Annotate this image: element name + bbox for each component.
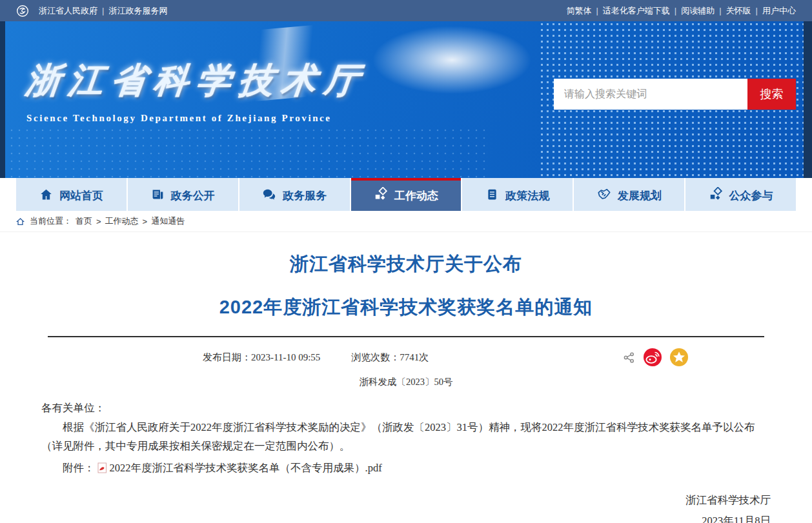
views-field: 浏览次数： 7741次 [351,351,429,364]
breadcrumb-separator: > [96,217,101,226]
gov-portal-link[interactable]: 浙江省人民政府 [39,5,97,17]
article-title-line1: 浙江省科学技术厅关于公布 [41,252,771,277]
top-utility-bar: 浙江省人民政府 | 浙江政务服务网 简繁体 | 适老化客户端下载 | 阅读辅助 … [0,0,812,21]
signature-date: 2023年11月8日 [41,511,771,523]
site-banner: 浙江省科学技术厅 Science Technology Department o… [0,21,812,178]
topbar-right-links: 简繁体 | 适老化客户端下载 | 阅读辅助 | 关怀版 | 用户中心 [566,5,796,17]
light-flare [361,21,542,99]
topbar-left-links: 浙江省人民政府 | 浙江政务服务网 [16,5,167,17]
shapes-icon [374,187,388,204]
nav-item-label: 网站首页 [59,188,103,203]
views-value: 7741次 [400,351,429,364]
breadcrumb-label: 当前位置： [30,215,72,227]
nav-item-label: 工作动态 [394,188,438,203]
publish-date-label: 发布日期： [203,351,251,364]
nav-item-public-participation[interactable]: 公众参与 [685,178,796,211]
divider: | [719,6,721,15]
newspaper-icon [151,188,165,204]
simplified-traditional-link[interactable]: 简繁体 [566,5,591,17]
banner-left-edge [0,21,5,178]
breadcrumb-work-news[interactable]: 工作动态 [105,215,139,227]
divider: | [675,6,676,15]
zhejiang-gov-icon [16,5,29,17]
breadcrumb-separator: > [143,217,148,226]
nav-item-public-info[interactable]: 政务公开 [128,178,238,211]
attachment-link[interactable]: 2022年度浙江省科学技术奖获奖名单（不含专用成果）.pdf [110,459,382,477]
document-icon [485,188,499,204]
dot-pattern-bottom [0,126,491,178]
home-icon [39,188,53,204]
nav-item-development-plans[interactable]: 发展规划 [574,178,684,211]
weibo-share-icon[interactable] [644,348,662,366]
document-number: 浙科发成〔2023〕50号 [41,376,771,388]
banner-right-edge [804,21,812,178]
article: 浙江省科学技术厅关于公布 2022年度浙江省科学技术奖获奖名单的通知 发布日期：… [41,252,771,523]
article-title-line2: 2022年度浙江省科学技术奖获奖名单的通知 [41,295,771,321]
reading-assist-link[interactable]: 阅读辅助 [681,5,715,17]
divider: | [596,6,598,15]
breadcrumb: 当前位置： 首页> 工作动态> 通知通告 [0,211,812,232]
article-meta: 发布日期： 2023-11-10 09:55 浏览次数： 7741次 [41,348,771,366]
care-version-link[interactable]: 关怀版 [726,5,751,17]
qzone-share-icon[interactable] [670,348,688,366]
nav-item-label: 公众参与 [729,188,773,203]
search-button[interactable]: 搜索 [747,79,796,110]
search-input[interactable] [554,79,747,110]
nav-item-label: 发展规划 [618,188,662,203]
nav-item-label: 政务服务 [283,188,327,203]
title-divider [48,336,764,337]
views-label: 浏览次数： [351,351,400,364]
chat-bubbles-icon [262,187,276,204]
salutation: 各有关单位： [41,399,771,417]
attachment-label: 附件： [63,459,95,477]
article-paragraph: 根据《浙江省人民政府关于2022年度浙江省科学技术奖励的决定》（浙政发〔2023… [41,418,771,455]
share-icon[interactable] [623,351,635,364]
nav-item-label: 政策法规 [505,188,549,203]
pdf-file-icon [97,462,107,473]
site-logo-english: Science Technology Department of Zhejian… [26,113,332,124]
elderly-client-download-link[interactable]: 适老化客户端下载 [603,5,670,17]
user-center-link[interactable]: 用户中心 [762,5,796,17]
attachment-row: 附件： 2022年度浙江省科学技术奖获奖名单（不含专用成果）.pdf [41,459,771,477]
breadcrumb-home[interactable]: 首页 [76,215,92,227]
site-logo[interactable]: 浙江省科学技术厅 [23,57,369,104]
nav-item-services[interactable]: 政务服务 [239,178,350,211]
main-nav: 网站首页 政务公开 政务服务 工作动态 政策法规 发展规划 公众参与 [0,178,812,211]
signature-block: 浙江省科学技术厅 2023年11月8日 [41,490,771,523]
nav-item-home[interactable]: 网站首页 [16,178,127,211]
nav-item-label: 政务公开 [171,188,215,203]
shapes-icon [709,187,723,204]
nav-item-policies[interactable]: 政策法规 [462,178,573,211]
breadcrumb-notices[interactable]: 通知通告 [151,215,185,227]
handshake-icon [597,187,611,204]
home-small-icon [16,217,25,226]
divider: | [102,6,104,15]
signature-org: 浙江省科学技术厅 [41,490,771,511]
divider: | [756,6,758,15]
search-bar: 搜索 [554,79,796,110]
service-portal-link[interactable]: 浙江政务服务网 [108,5,167,17]
share-buttons [623,348,688,366]
publish-date-value: 2023-11-10 09:55 [251,352,320,363]
nav-item-work-news[interactable]: 工作动态 [351,178,462,211]
publish-date-field: 发布日期： 2023-11-10 09:55 [203,351,320,364]
